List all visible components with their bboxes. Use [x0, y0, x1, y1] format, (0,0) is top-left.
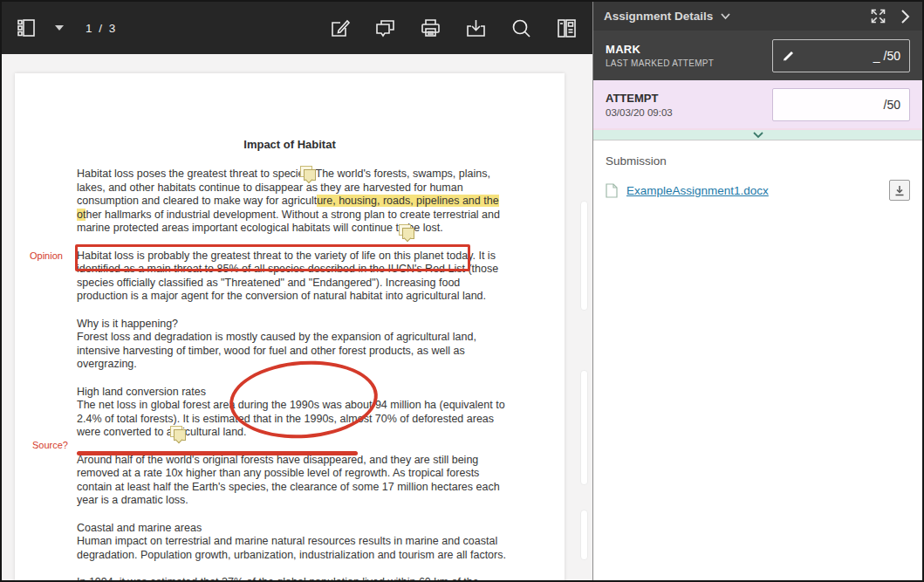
pencil-icon: [782, 49, 796, 63]
submission-heading: Submission: [606, 154, 910, 168]
download-file-button[interactable]: [889, 180, 910, 201]
document-text-segment: High land conversion rates: [77, 386, 206, 398]
comment-note-icon[interactable]: [304, 169, 315, 180]
collapse-panel-button[interactable]: [898, 7, 912, 26]
search-icon: [510, 17, 533, 40]
attempt-section: ATTEMPT 03/03/20 09:03: [593, 80, 922, 130]
thumbnails-icon: [16, 17, 38, 39]
caret-down-icon: [54, 24, 65, 31]
document-text-segment: Human impact on terrestrial and marine n…: [77, 535, 506, 561]
document-text-segment: Why is it happening?: [77, 318, 178, 330]
print-button[interactable]: [417, 15, 444, 42]
attempt-score-input[interactable]: [772, 88, 910, 121]
expand-panel-button[interactable]: [867, 5, 889, 27]
annotation-underline[interactable]: [77, 451, 358, 455]
annotate-icon: [328, 17, 352, 40]
panel-header: Assignment Details: [593, 2, 922, 31]
library-icon: [555, 17, 578, 40]
chevron-down-icon: [720, 12, 731, 20]
submission-file-row: ExampleAssignment1.docx: [606, 180, 910, 201]
document-title: Impact of Habitat: [15, 73, 565, 151]
document-paragraph: Around half of the world's original fore…: [77, 454, 510, 508]
search-button[interactable]: [508, 15, 535, 42]
document-paragraph: Habitat loss poses the greatest threat t…: [77, 168, 510, 236]
document-text-segment: her hallmarks of industrial development.…: [77, 209, 500, 235]
page-indicator: 1 / 3: [86, 22, 117, 35]
document-page: Impact of Habitat Habitat loss poses the…: [15, 73, 565, 580]
viewer-canvas[interactable]: Impact of Habitat Habitat loss poses the…: [2, 54, 592, 580]
download-button[interactable]: [462, 15, 489, 42]
viewer-scrollbar-segment[interactable]: [580, 510, 588, 560]
mark-labels: MARK LAST MARKED ATTEMPT: [606, 43, 772, 68]
collapse-attempts-button[interactable]: [593, 130, 922, 140]
panel-title: Assignment Details: [604, 10, 713, 23]
attempt-timestamp: 03/03/20 09:03: [606, 107, 772, 118]
annotation-opinion-label[interactable]: Opinion: [30, 250, 63, 261]
download-file-icon: [894, 185, 905, 196]
content-library-button[interactable]: [553, 15, 580, 42]
comments-icon: [373, 17, 397, 40]
view-mode-dropdown-button[interactable]: [52, 23, 66, 33]
mark-sublabel: LAST MARKED ATTEMPT: [606, 58, 772, 68]
attempt-label: ATTEMPT: [606, 92, 772, 105]
app-window: 1 / 3: [0, 0, 924, 582]
document-text-segment: Forest loss and degradation is mostly ca…: [77, 331, 476, 370]
submission-section: Submission ExampleAssignment1.docx: [593, 140, 922, 201]
document-text-segment: Around half of the world's original fore…: [77, 454, 500, 507]
mark-score-value: _ /50: [873, 49, 900, 63]
thumbnails-button[interactable]: [14, 15, 40, 41]
viewer-scrollbar-segment[interactable]: [580, 201, 588, 311]
annotate-button[interactable]: [326, 15, 353, 42]
assignment-details-panel: Assignment Details MARK LAST MARKED A: [592, 2, 922, 580]
chevron-right-icon: [900, 9, 910, 24]
expand-icon: [869, 7, 887, 25]
comments-button[interactable]: [372, 15, 399, 42]
file-icon: [606, 183, 618, 198]
chevron-down-icon: [752, 131, 764, 139]
document-paragraph: Coastal and marine areasHuman impact on …: [77, 522, 510, 563]
print-icon: [419, 17, 442, 40]
attempt-labels: ATTEMPT 03/03/20 09:03: [606, 92, 772, 118]
comment-note-icon[interactable]: [402, 228, 414, 238]
viewer-toolbar: 1 / 3: [2, 2, 592, 54]
comment-note-icon[interactable]: [174, 429, 185, 440]
document-text-segment: Coastal and marine areas: [77, 522, 202, 534]
toolbar-right-group: [326, 15, 580, 42]
annotation-source-label[interactable]: Source?: [32, 440, 68, 450]
submission-file-link[interactable]: ExampleAssignment1.docx: [626, 184, 769, 197]
annotation-opinion-box[interactable]: [75, 244, 470, 271]
download-icon: [464, 17, 488, 40]
mark-label: MARK: [606, 43, 772, 56]
document-text-segment: In 1994, it was estimated that 37% of th…: [77, 576, 479, 580]
document-viewer: 1 / 3: [2, 2, 592, 580]
panel-title-dropdown-button[interactable]: [718, 10, 733, 22]
viewer-scrollbar-segment[interactable]: [580, 370, 588, 485]
document-paragraph: In 1994, it was estimated that 37% of th…: [77, 576, 510, 580]
toolbar-left-group: 1 / 3: [14, 15, 117, 41]
mark-section: MARK LAST MARKED ATTEMPT _ /50: [593, 31, 922, 80]
mark-score-button[interactable]: _ /50: [772, 39, 910, 72]
